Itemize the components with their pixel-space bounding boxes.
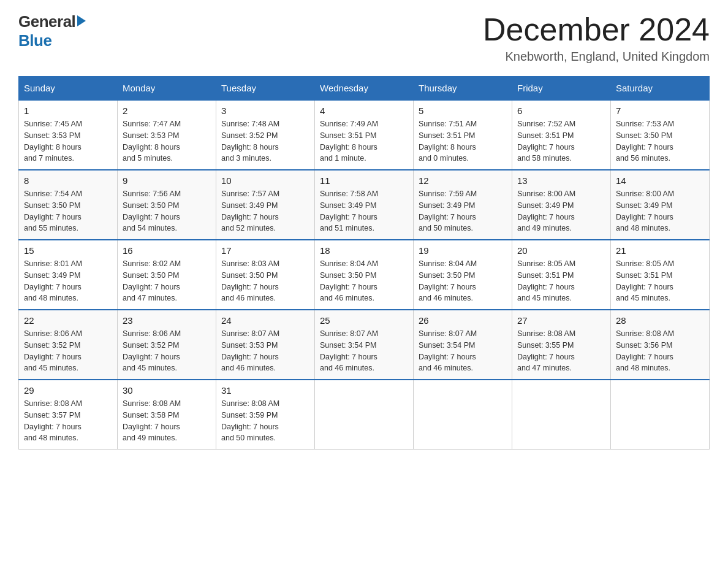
calendar-cell: 26Sunrise: 8:07 AM Sunset: 3:54 PM Dayli… (414, 310, 512, 380)
calendar-cell: 29Sunrise: 8:08 AM Sunset: 3:57 PM Dayli… (19, 380, 118, 450)
day-info: Sunrise: 7:59 AM Sunset: 3:49 PM Dayligh… (419, 188, 507, 234)
day-info: Sunrise: 7:52 AM Sunset: 3:51 PM Dayligh… (517, 118, 605, 164)
day-info: Sunrise: 8:04 AM Sunset: 3:50 PM Dayligh… (320, 258, 408, 304)
day-info: Sunrise: 8:07 AM Sunset: 3:53 PM Dayligh… (221, 328, 309, 374)
calendar-cell: 11Sunrise: 7:58 AM Sunset: 3:49 PM Dayli… (315, 170, 414, 240)
day-info: Sunrise: 8:02 AM Sunset: 3:50 PM Dayligh… (123, 258, 211, 304)
page-header: General Blue December 2024 Knebworth, En… (18, 12, 710, 64)
day-info: Sunrise: 8:01 AM Sunset: 3:49 PM Dayligh… (24, 258, 112, 304)
day-number: 6 (517, 105, 605, 116)
day-info: Sunrise: 8:08 AM Sunset: 3:57 PM Dayligh… (24, 398, 112, 444)
calendar-cell: 30Sunrise: 8:08 AM Sunset: 3:58 PM Dayli… (118, 380, 216, 450)
location: Knebworth, England, United Kingdom (483, 50, 710, 64)
day-info: Sunrise: 7:51 AM Sunset: 3:51 PM Dayligh… (419, 118, 507, 164)
calendar-cell: 9Sunrise: 7:56 AM Sunset: 3:50 PM Daylig… (118, 170, 216, 240)
day-info: Sunrise: 7:49 AM Sunset: 3:51 PM Dayligh… (320, 118, 408, 164)
day-number: 30 (123, 385, 211, 396)
calendar-cell: 27Sunrise: 8:08 AM Sunset: 3:55 PM Dayli… (512, 310, 611, 380)
calendar-cell: 25Sunrise: 8:07 AM Sunset: 3:54 PM Dayli… (315, 310, 414, 380)
calendar-cell: 12Sunrise: 7:59 AM Sunset: 3:49 PM Dayli… (414, 170, 512, 240)
calendar-cell: 15Sunrise: 8:01 AM Sunset: 3:49 PM Dayli… (19, 240, 118, 310)
col-header-friday: Friday (512, 77, 611, 101)
day-info: Sunrise: 8:08 AM Sunset: 3:59 PM Dayligh… (221, 398, 309, 444)
day-number: 17 (221, 245, 309, 256)
day-info: Sunrise: 7:57 AM Sunset: 3:49 PM Dayligh… (221, 188, 309, 234)
week-row-5: 29Sunrise: 8:08 AM Sunset: 3:57 PM Dayli… (19, 380, 710, 450)
month-title: December 2024 (483, 12, 710, 47)
calendar-cell: 24Sunrise: 8:07 AM Sunset: 3:53 PM Dayli… (216, 310, 315, 380)
day-info: Sunrise: 8:00 AM Sunset: 3:49 PM Dayligh… (517, 188, 605, 234)
day-info: Sunrise: 8:07 AM Sunset: 3:54 PM Dayligh… (320, 328, 408, 374)
calendar-cell: 10Sunrise: 7:57 AM Sunset: 3:49 PM Dayli… (216, 170, 315, 240)
calendar-cell: 28Sunrise: 8:08 AM Sunset: 3:56 PM Dayli… (611, 310, 710, 380)
day-number: 26 (419, 315, 507, 326)
day-number: 5 (419, 105, 507, 116)
logo-arrow-icon (77, 15, 86, 26)
col-header-sunday: Sunday (19, 77, 118, 101)
week-row-4: 22Sunrise: 8:06 AM Sunset: 3:52 PM Dayli… (19, 310, 710, 380)
calendar-cell: 21Sunrise: 8:05 AM Sunset: 3:51 PM Dayli… (611, 240, 710, 310)
day-number: 18 (320, 245, 408, 256)
day-number: 4 (320, 105, 408, 116)
day-number: 14 (616, 175, 704, 186)
day-number: 28 (616, 315, 704, 326)
calendar-cell: 20Sunrise: 8:05 AM Sunset: 3:51 PM Dayli… (512, 240, 611, 310)
calendar-cell: 17Sunrise: 8:03 AM Sunset: 3:50 PM Dayli… (216, 240, 315, 310)
calendar-cell: 13Sunrise: 8:00 AM Sunset: 3:49 PM Dayli… (512, 170, 611, 240)
day-number: 16 (123, 245, 211, 256)
day-number: 9 (123, 175, 211, 186)
col-header-wednesday: Wednesday (315, 77, 414, 101)
calendar-cell: 1Sunrise: 7:45 AM Sunset: 3:53 PM Daylig… (19, 100, 118, 170)
calendar-cell: 5Sunrise: 7:51 AM Sunset: 3:51 PM Daylig… (414, 100, 512, 170)
calendar-cell: 3Sunrise: 7:48 AM Sunset: 3:52 PM Daylig… (216, 100, 315, 170)
calendar-cell: 18Sunrise: 8:04 AM Sunset: 3:50 PM Dayli… (315, 240, 414, 310)
calendar-cell: 7Sunrise: 7:53 AM Sunset: 3:50 PM Daylig… (611, 100, 710, 170)
week-row-3: 15Sunrise: 8:01 AM Sunset: 3:49 PM Dayli… (19, 240, 710, 310)
day-number: 8 (24, 175, 112, 186)
calendar-cell (414, 380, 512, 450)
calendar-cell (315, 380, 414, 450)
day-info: Sunrise: 8:04 AM Sunset: 3:50 PM Dayligh… (419, 258, 507, 304)
day-info: Sunrise: 8:03 AM Sunset: 3:50 PM Dayligh… (221, 258, 309, 304)
day-info: Sunrise: 7:58 AM Sunset: 3:49 PM Dayligh… (320, 188, 408, 234)
calendar-cell: 23Sunrise: 8:06 AM Sunset: 3:52 PM Dayli… (118, 310, 216, 380)
calendar-cell (512, 380, 611, 450)
calendar-cell: 16Sunrise: 8:02 AM Sunset: 3:50 PM Dayli… (118, 240, 216, 310)
calendar-cell: 19Sunrise: 8:04 AM Sunset: 3:50 PM Dayli… (414, 240, 512, 310)
week-row-1: 1Sunrise: 7:45 AM Sunset: 3:53 PM Daylig… (19, 100, 710, 170)
logo: General Blue (18, 12, 86, 50)
col-header-thursday: Thursday (414, 77, 512, 101)
day-number: 11 (320, 175, 408, 186)
calendar-cell: 8Sunrise: 7:54 AM Sunset: 3:50 PM Daylig… (19, 170, 118, 240)
logo-blue: Blue (18, 31, 86, 50)
day-number: 20 (517, 245, 605, 256)
calendar-cell: 2Sunrise: 7:47 AM Sunset: 3:53 PM Daylig… (118, 100, 216, 170)
day-info: Sunrise: 7:53 AM Sunset: 3:50 PM Dayligh… (616, 118, 704, 164)
day-number: 31 (221, 385, 309, 396)
day-info: Sunrise: 7:56 AM Sunset: 3:50 PM Dayligh… (123, 188, 211, 234)
calendar-cell: 22Sunrise: 8:06 AM Sunset: 3:52 PM Dayli… (19, 310, 118, 380)
day-number: 21 (616, 245, 704, 256)
day-number: 22 (24, 315, 112, 326)
day-number: 3 (221, 105, 309, 116)
day-info: Sunrise: 7:45 AM Sunset: 3:53 PM Dayligh… (24, 118, 112, 164)
day-number: 23 (123, 315, 211, 326)
day-number: 2 (123, 105, 211, 116)
logo-general: General (18, 12, 75, 31)
calendar-cell: 31Sunrise: 8:08 AM Sunset: 3:59 PM Dayli… (216, 380, 315, 450)
calendar-header-row: SundayMondayTuesdayWednesdayThursdayFrid… (19, 77, 710, 101)
col-header-saturday: Saturday (611, 77, 710, 101)
calendar-cell: 4Sunrise: 7:49 AM Sunset: 3:51 PM Daylig… (315, 100, 414, 170)
day-number: 13 (517, 175, 605, 186)
day-info: Sunrise: 7:54 AM Sunset: 3:50 PM Dayligh… (24, 188, 112, 234)
day-number: 10 (221, 175, 309, 186)
day-info: Sunrise: 7:47 AM Sunset: 3:53 PM Dayligh… (123, 118, 211, 164)
col-header-tuesday: Tuesday (216, 77, 315, 101)
day-number: 27 (517, 315, 605, 326)
day-info: Sunrise: 8:00 AM Sunset: 3:49 PM Dayligh… (616, 188, 704, 234)
day-info: Sunrise: 8:07 AM Sunset: 3:54 PM Dayligh… (419, 328, 507, 374)
day-info: Sunrise: 7:48 AM Sunset: 3:52 PM Dayligh… (221, 118, 309, 164)
day-info: Sunrise: 8:08 AM Sunset: 3:58 PM Dayligh… (123, 398, 211, 444)
day-info: Sunrise: 8:08 AM Sunset: 3:56 PM Dayligh… (616, 328, 704, 374)
day-number: 15 (24, 245, 112, 256)
